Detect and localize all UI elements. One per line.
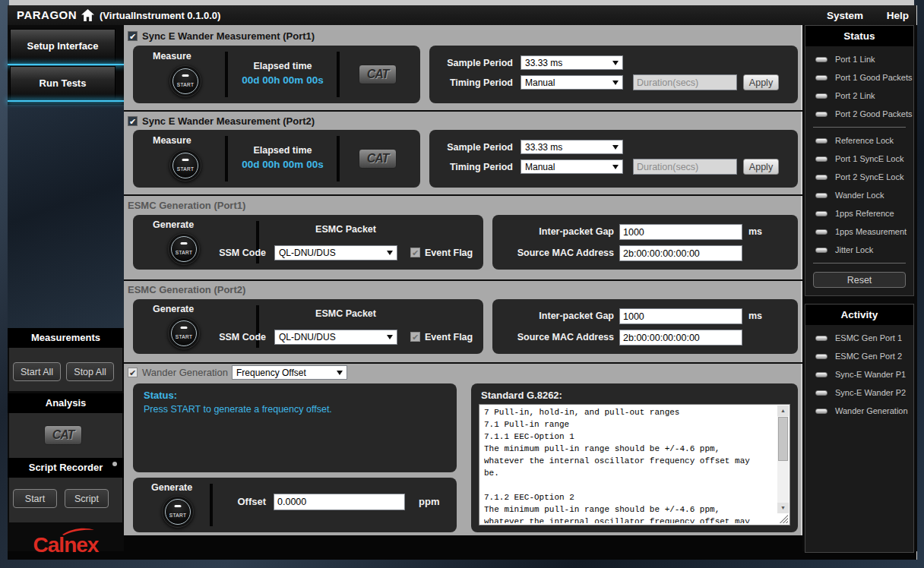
status-panel-header: Status bbox=[805, 26, 913, 46]
esmc2-event-flag-checkbox[interactable] bbox=[410, 332, 420, 342]
status-item: Port 2 Link bbox=[805, 87, 913, 105]
cat-analysis-button[interactable]: CAT bbox=[44, 425, 82, 445]
sync2-settings-panel: Sample Period 33.33 ms Timing Period Man… bbox=[429, 130, 798, 188]
esmc2-ssm-select[interactable]: QL-DNU/DUS bbox=[274, 330, 397, 345]
script-button[interactable]: Script bbox=[65, 489, 109, 508]
sync1-duration-input[interactable] bbox=[633, 74, 737, 90]
sync2-measure-panel: Measure START Elapsed time 00d 00h 00m 0… bbox=[133, 130, 420, 188]
offset-unit: ppm bbox=[419, 496, 439, 507]
sync1-sample-period-select[interactable]: 33.33 ms bbox=[521, 55, 623, 70]
led-icon bbox=[815, 175, 827, 180]
standard-textarea[interactable]: 7 Pull-in, hold-in, and pull-out ranges … bbox=[479, 404, 790, 525]
sync1-settings-panel: Sample Period 33.33 ms Timing Period Man… bbox=[429, 46, 798, 103]
script-start-button[interactable]: Start bbox=[13, 489, 57, 508]
led-icon bbox=[815, 390, 827, 396]
esmc2-gap-input[interactable] bbox=[619, 308, 742, 324]
activity-item: ESMC Gen Port 2 bbox=[805, 347, 913, 365]
wander-generate-label: Generate bbox=[151, 482, 192, 493]
sync2-duration-input[interactable] bbox=[633, 159, 737, 175]
esmc1-title: ESMC Generation (Port1) bbox=[128, 200, 245, 211]
left-sidebar: Setup Interface Run Tests Measurements S… bbox=[8, 25, 124, 551]
resize-grip[interactable] bbox=[780, 515, 788, 523]
nav-divider-glow bbox=[8, 64, 124, 65]
sync1-apply-button[interactable]: Apply bbox=[743, 74, 779, 90]
sync1-measure-panel: Measure START Elapsed time 00d 00h 00m 0… bbox=[133, 46, 420, 103]
sync1-cat-button[interactable]: CAT bbox=[359, 65, 397, 84]
sync1-sample-period-label: Sample Period bbox=[435, 58, 513, 68]
esmc1-start-button[interactable]: START bbox=[168, 233, 200, 265]
sync1-measure-label: Measure bbox=[153, 51, 191, 62]
sync1-checkbox[interactable] bbox=[128, 31, 138, 41]
sync2-sample-period-select[interactable]: 33.33 ms bbox=[521, 140, 623, 154]
led-icon bbox=[815, 75, 827, 80]
knob-dash-icon bbox=[181, 327, 188, 329]
esmc2-mac-label: Source MAC Address bbox=[500, 332, 614, 342]
sync1-elapsed-label: Elapsed time bbox=[227, 61, 338, 71]
section-divider bbox=[124, 194, 802, 196]
scrollbar-thumb[interactable] bbox=[778, 417, 788, 461]
sync1-start-button[interactable]: START bbox=[169, 65, 201, 97]
sync2-cat-button[interactable]: CAT bbox=[359, 149, 397, 169]
esmc1-mac-input[interactable] bbox=[619, 245, 742, 261]
textarea-scrollbar[interactable]: ▲ ▼ bbox=[777, 405, 789, 513]
wander-status-message: Press START to generate a frequency offs… bbox=[144, 404, 332, 415]
esmc2-ssm-label: SSM Code bbox=[209, 332, 266, 342]
esmc2-title: ESMC Generation (Port2) bbox=[128, 284, 245, 295]
knob-dash-icon bbox=[182, 74, 189, 77]
wander-status-label: Status: bbox=[144, 390, 177, 401]
knob-dash-icon bbox=[175, 505, 182, 507]
led-icon bbox=[815, 336, 827, 341]
start-all-button[interactable]: Start All bbox=[13, 362, 61, 381]
menu-system[interactable]: System bbox=[827, 10, 863, 21]
right-sidebar: Status Port 1 Link Port 1 Good Packets P… bbox=[802, 25, 917, 551]
status-item: 1pps Measurement bbox=[805, 222, 913, 241]
led-icon bbox=[815, 156, 827, 162]
nav-setup-interface[interactable]: Setup Interface bbox=[10, 29, 115, 62]
esmc1-gap-input[interactable] bbox=[619, 224, 742, 240]
measurements-header: Measurements bbox=[8, 328, 124, 348]
status-divider bbox=[813, 263, 906, 263]
title-bar: PARAGON (VirtualInstrument 0.1.0.0) Syst… bbox=[8, 5, 916, 25]
stop-all-button[interactable]: Stop All bbox=[66, 362, 114, 381]
led-icon bbox=[815, 193, 827, 198]
sync2-timing-period-label: Timing Period bbox=[435, 162, 513, 172]
offset-label: Offset bbox=[222, 496, 266, 507]
sync2-start-button[interactable]: START bbox=[169, 150, 201, 181]
led-icon bbox=[815, 229, 827, 235]
esmc1-ssm-select[interactable]: QL-DNU/DUS bbox=[274, 245, 397, 260]
home-icon[interactable] bbox=[81, 9, 94, 21]
nav-run-tests[interactable]: Run Tests bbox=[10, 66, 115, 99]
divider bbox=[210, 484, 213, 526]
led-icon bbox=[815, 248, 827, 253]
wander-checkbox[interactable] bbox=[128, 368, 138, 377]
activity-item: Sync-E Wander P2 bbox=[805, 383, 913, 402]
activity-item: ESMC Gen Port 1 bbox=[805, 329, 913, 347]
esmc1-event-flag-checkbox[interactable] bbox=[410, 248, 420, 257]
esmc2-start-button[interactable]: START bbox=[168, 317, 200, 349]
status-item: Port 1 SyncE Lock bbox=[805, 150, 913, 168]
app-title: (VirtualInstrument 0.1.0.0) bbox=[100, 10, 220, 21]
wander-start-button[interactable]: START bbox=[162, 496, 194, 528]
wander-status-panel: Status: Press START to generate a freque… bbox=[133, 383, 457, 472]
wander-title: Wander Generation bbox=[142, 367, 228, 378]
led-icon bbox=[815, 57, 827, 62]
wander-mode-select[interactable]: Frequency Offset bbox=[232, 365, 347, 380]
esmc2-address-panel: Inter-packet Gap ms Source MAC Address bbox=[492, 299, 798, 354]
led-icon bbox=[815, 354, 827, 359]
sync2-apply-button[interactable]: Apply bbox=[743, 159, 779, 175]
scroll-up-arrow[interactable]: ▲ bbox=[777, 405, 789, 416]
status-divider bbox=[813, 127, 906, 128]
sync1-timing-period-select[interactable]: Manual bbox=[521, 75, 623, 90]
status-item: Port 2 SyncE Lock bbox=[805, 168, 913, 186]
led-icon bbox=[815, 211, 827, 216]
menu-help[interactable]: Help bbox=[887, 10, 909, 21]
scroll-down-arrow[interactable]: ▼ bbox=[777, 503, 789, 513]
esmc2-packet-panel: Generate START ESMC Packet SSM Code QL-D… bbox=[133, 299, 483, 354]
standard-label: Standard G.8262: bbox=[481, 390, 562, 401]
esmc1-gap-unit: ms bbox=[748, 226, 762, 237]
offset-input[interactable] bbox=[274, 494, 405, 510]
sync2-checkbox[interactable] bbox=[128, 116, 138, 126]
reset-button[interactable]: Reset bbox=[813, 272, 906, 288]
esmc2-mac-input[interactable] bbox=[619, 330, 742, 346]
sync2-timing-period-select[interactable]: Manual bbox=[521, 159, 623, 174]
